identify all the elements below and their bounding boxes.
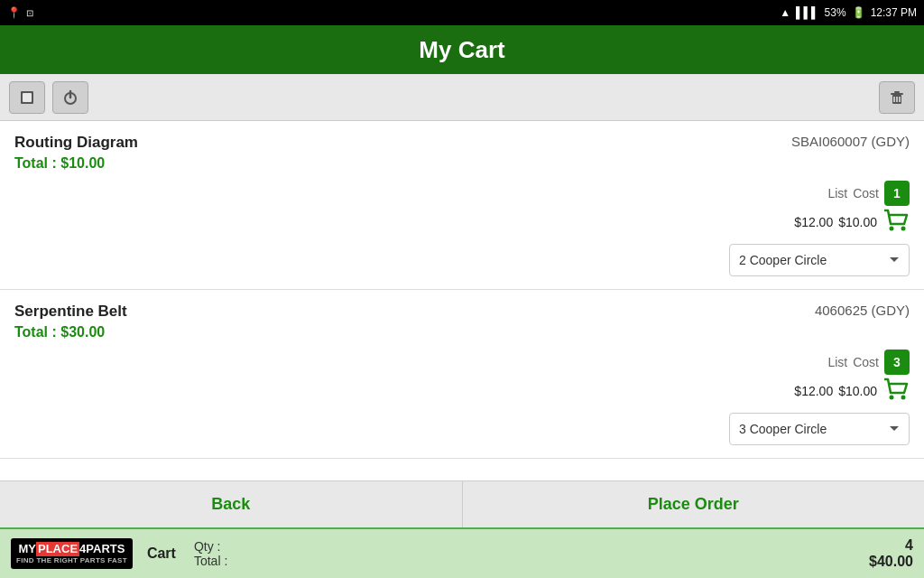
location-row-0: 2 Cooper Circle 3 Cooper Circle	[14, 244, 910, 276]
cost-label-1: Cost	[853, 355, 879, 369]
square-button[interactable]	[9, 81, 45, 114]
time: 12:37 PM	[871, 6, 917, 19]
svg-point-11	[901, 227, 906, 231]
qty-badge-1: 3	[884, 350, 910, 375]
svg-rect-1	[23, 93, 32, 102]
footer-total: Total :	[194, 554, 855, 568]
place-order-button[interactable]: Place Order	[463, 481, 925, 527]
list-label-1: List	[827, 355, 847, 369]
location-select-1[interactable]: 2 Cooper Circle 3 Cooper Circle	[729, 413, 910, 445]
battery-percent: 53%	[825, 6, 846, 19]
status-bar-right: ▲ ▌▌▌ 53% 🔋 12:37 PM	[780, 6, 917, 19]
logo-tagline: FIND THE RIGHT PARTS FAST	[16, 556, 127, 565]
pricing-section-1: List Cost 3	[14, 350, 910, 375]
svg-point-13	[901, 396, 906, 400]
footer-qty-label: Qty :	[194, 539, 221, 554]
pricing-section-0: List Cost 1	[14, 181, 910, 206]
item-header-1: Serpentine Belt 4060625 (GDY)	[14, 303, 910, 321]
logo-4parts: 4PARTS	[79, 542, 125, 556]
footer-cart-label: Cart	[147, 545, 176, 562]
list-price-0: $12.00	[794, 215, 833, 229]
footer-qty-value: 4	[869, 537, 913, 554]
svg-point-12	[890, 396, 894, 400]
trash-icon	[888, 89, 906, 107]
sim-icon: ⊡	[26, 8, 33, 18]
logo-my: MY	[19, 542, 37, 556]
cart-item-0: Routing Diagram SBAI060007 (GDY) Total :…	[0, 121, 924, 290]
toolbar-left	[9, 81, 88, 114]
wifi-icon: ▲	[780, 6, 790, 19]
item-sku-0: SBAI060007 (GDY)	[791, 134, 910, 149]
qty-badge-0: 1	[884, 181, 910, 206]
cost-label-0: Cost	[853, 186, 879, 200]
header: My Cart	[0, 25, 924, 74]
cost-price-0: $10.00	[838, 215, 877, 229]
app-container: 📍 ⊡ ▲ ▌▌▌ 53% 🔋 12:37 PM My Cart	[0, 0, 924, 578]
add-to-cart-icon-0	[882, 208, 910, 237]
location-icon: 📍	[7, 6, 21, 19]
footer-right: 4 $40.00	[869, 537, 913, 570]
price-row-1: $12.00 $10.00	[14, 377, 910, 406]
footer-qty: Qty :	[194, 539, 855, 554]
back-button[interactable]: Back	[0, 481, 463, 527]
battery-icon: 🔋	[852, 6, 865, 19]
svg-rect-5	[891, 93, 903, 95]
toolbar	[0, 74, 924, 121]
footer-bar: MY PLACE 4PARTS FIND THE RIGHT PARTS FAS…	[0, 527, 924, 578]
bottom-buttons: Back Place Order	[0, 480, 924, 527]
signal-icon: ▌▌▌	[796, 6, 819, 19]
footer-total-label: Total :	[194, 554, 227, 568]
toolbar-right	[879, 81, 915, 114]
svg-rect-6	[894, 91, 900, 93]
add-to-cart-icon-1	[882, 377, 910, 406]
status-bar: 📍 ⊡ ▲ ▌▌▌ 53% 🔋 12:37 PM	[0, 0, 924, 25]
page-title: My Cart	[419, 36, 504, 64]
item-name-0: Routing Diagram	[14, 134, 138, 152]
brand-logo: MY PLACE 4PARTS FIND THE RIGHT PARTS FAS…	[11, 538, 133, 568]
cart-items-container: Routing Diagram SBAI060007 (GDY) Total :…	[0, 121, 924, 480]
item-sku-1: 4060625 (GDY)	[815, 303, 910, 318]
svg-point-10	[890, 227, 894, 231]
footer-total-value: $40.00	[869, 554, 913, 570]
power-button[interactable]	[52, 81, 88, 114]
cart-item-1: Serpentine Belt 4060625 (GDY) Total : $3…	[0, 290, 924, 459]
power-icon	[61, 89, 79, 107]
square-icon	[18, 89, 36, 107]
location-select-0[interactable]: 2 Cooper Circle 3 Cooper Circle	[729, 244, 910, 276]
cost-price-1: $10.00	[838, 384, 877, 398]
item-total-1: Total : $30.00	[14, 324, 910, 340]
list-price-1: $12.00	[794, 384, 833, 398]
price-row-0: $12.00 $10.00	[14, 208, 910, 237]
item-name-1: Serpentine Belt	[14, 303, 127, 321]
trash-button[interactable]	[879, 81, 915, 114]
list-label-0: List	[827, 186, 847, 200]
logo-place: PLACE	[36, 542, 79, 556]
status-bar-left: 📍 ⊡	[7, 6, 33, 19]
location-row-1: 2 Cooper Circle 3 Cooper Circle	[14, 413, 910, 445]
item-header-0: Routing Diagram SBAI060007 (GDY)	[14, 134, 910, 152]
footer-info: Qty : Total :	[194, 539, 855, 568]
item-total-0: Total : $10.00	[14, 155, 910, 172]
